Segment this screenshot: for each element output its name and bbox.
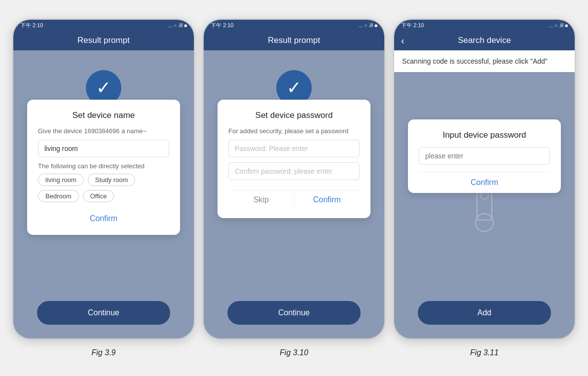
status-time-310: 下午 2:10 [211, 22, 233, 29]
preset-study-room[interactable]: Study room [88, 174, 135, 186]
preset-office[interactable]: Office [83, 190, 114, 202]
set-device-password-dialog: Set device password For added security, … [218, 100, 370, 218]
scan-info-311: Scanning code is successful, please clic… [394, 50, 575, 72]
preset-living-room[interactable]: living room [38, 174, 84, 186]
back-arrow-icon-311[interactable]: ‹ [401, 35, 404, 46]
status-time-311: 下午 2:10 [401, 22, 424, 29]
header-bar-311: ‹ Search device [394, 31, 575, 50]
screen-content-39: ✓ Set device name Give the device 169038… [13, 50, 194, 338]
header-title-39: Result prompt [77, 36, 130, 45]
header-bar-39: Result prompt [13, 31, 194, 50]
status-bar-310: 下午 2:10 ... ○ .ill ■ [204, 20, 384, 31]
device-name-input[interactable] [38, 140, 169, 157]
header-title-310: Result prompt [268, 36, 320, 45]
figure-label-39: Fig 3.9 [92, 348, 116, 357]
add-button-311[interactable]: Add [418, 301, 551, 325]
preset-bedroom[interactable]: Bedroom [38, 190, 79, 202]
dialog-subtitle-39: Give the device 1690384696 a name~ [38, 127, 169, 135]
checkmark-icon-310: ✓ [287, 79, 301, 97]
device-password-input-311[interactable] [419, 147, 550, 165]
confirm-password-input[interactable] [228, 162, 360, 180]
screen-content-310: ✓ Set device password For added security… [204, 50, 384, 338]
dialog-title-311: Input device password [419, 130, 550, 140]
status-time-39: 下午 2:10 [20, 22, 43, 29]
figure-label-311: Fig 3.11 [470, 348, 499, 357]
figures-row: 下午 2:10 ... ○ .ill ■ Result prompt ✓ Set… [12, 19, 576, 357]
status-icons-311: ... ○ .ill ■ [549, 23, 568, 28]
status-icons-39: ... ○ .ill ■ [168, 23, 187, 28]
phone-fig310: 下午 2:10 ... ○ .ill ■ Result prompt ✓ Set… [203, 19, 385, 339]
dialog-subtitle-310: For added security, please set a passwor… [228, 127, 360, 135]
svg-point-1 [476, 214, 493, 231]
status-bar-39: 下午 2:10 ... ○ .ill ■ [13, 20, 194, 31]
skip-button-310[interactable]: Skip [228, 190, 294, 209]
preset-label-39: The following can be directly selected [38, 162, 169, 170]
header-title-311: Search device [458, 36, 511, 45]
dialog-title-39: Set device name [38, 111, 169, 120]
continue-button-39[interactable]: Continue [37, 301, 170, 325]
status-bar-311: 下午 2:10 ... ○ .ill ■ [394, 20, 575, 31]
confirm-button-310[interactable]: Confirm [294, 190, 360, 209]
status-icons-310: ... ○ .ill ■ [359, 23, 377, 28]
dialog-action-buttons-310: Skip Confirm [228, 190, 360, 209]
set-device-name-dialog: Set device name Give the device 16903846… [27, 100, 180, 235]
figure-label-310: Fig 3.10 [280, 348, 308, 357]
preset-tags-39: living room Study room Bedroom Office [38, 174, 169, 202]
password-input[interactable] [228, 140, 360, 157]
input-password-dialog-311: Input device password Confirm [408, 119, 561, 193]
figure-39-wrap: 下午 2:10 ... ○ .ill ■ Result prompt ✓ Set… [12, 19, 195, 357]
screen-content-311: Scanning code is successful, please clic… [394, 50, 575, 338]
checkmark-icon-39: ✓ [96, 79, 111, 97]
figure-311-wrap: 下午 2:10 ... ○ .ill ■ ‹ Search device Sca… [393, 19, 576, 357]
header-bar-310: Result prompt [204, 31, 384, 50]
continue-button-310[interactable]: Continue [227, 301, 361, 325]
figure-310-wrap: 下午 2:10 ... ○ .ill ■ Result prompt ✓ Set… [203, 19, 385, 357]
phone-fig39: 下午 2:10 ... ○ .ill ■ Result prompt ✓ Set… [12, 19, 195, 339]
confirm-button-39[interactable]: Confirm [38, 211, 169, 226]
phone-fig311: 下午 2:10 ... ○ .ill ■ ‹ Search device Sca… [393, 19, 576, 339]
dialog-title-310: Set device password [228, 111, 360, 120]
device-illustration-311 [394, 72, 575, 338]
confirm-button-311[interactable]: Confirm [419, 172, 550, 193]
